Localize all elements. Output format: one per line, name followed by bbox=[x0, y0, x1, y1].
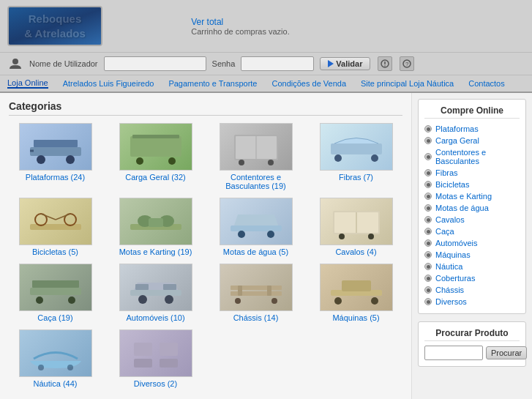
sidebar-maquinas[interactable]: Máquinas bbox=[424, 249, 520, 261]
cat-label-plataformas[interactable]: Plataformas (24) bbox=[26, 173, 85, 182]
password-input[interactable] bbox=[241, 56, 314, 71]
svg-line-26 bbox=[41, 214, 56, 220]
sidebar-automoveis[interactable]: Automóveis bbox=[424, 237, 520, 249]
cat-thumb-cavalos bbox=[320, 198, 393, 245]
sidebar-caca[interactable]: Caça bbox=[424, 225, 520, 237]
cat-label-carga[interactable]: Carga Geral (32) bbox=[125, 173, 186, 182]
icon-btn-2[interactable]: ? bbox=[400, 56, 414, 71]
password-label: Senha bbox=[212, 59, 236, 68]
cat-thumb-nautica bbox=[19, 329, 92, 377]
search-row: Procurar bbox=[424, 346, 520, 360]
svg-rect-56 bbox=[342, 280, 371, 291]
svg-rect-44 bbox=[130, 290, 181, 296]
sidebar-dot bbox=[424, 181, 432, 188]
svg-point-57 bbox=[334, 297, 342, 305]
main-content: Categorias Plataformas (24) Carga Geral … bbox=[0, 93, 532, 399]
svg-point-58 bbox=[371, 297, 378, 305]
username-input[interactable] bbox=[104, 56, 206, 71]
sidebar-dot bbox=[424, 286, 432, 294]
ver-total-link[interactable]: Ver total bbox=[191, 17, 223, 27]
sidebar-plataformas[interactable]: Plataformas bbox=[424, 123, 520, 135]
nav-loja-online[interactable]: Loja Online bbox=[7, 78, 48, 89]
sidebar-contentores[interactable]: Contentores e Basculantes bbox=[424, 146, 520, 167]
search-box: Procurar Produto Procurar bbox=[418, 321, 526, 367]
nav-bar: Loja Online Atrelados Luis Figueiredo Pa… bbox=[0, 75, 532, 93]
svg-rect-41 bbox=[32, 280, 79, 288]
nav-atrelados[interactable]: Atrelados Luis Figueiredo bbox=[63, 79, 154, 88]
left-content: Categorias Plataformas (24) Carga Geral … bbox=[0, 93, 411, 399]
cat-label-automoveis[interactable]: Automóveis (10) bbox=[126, 313, 184, 322]
nav-pagamento[interactable]: Pagamento e Transporte bbox=[168, 79, 257, 88]
sidebar-title: Compre Online bbox=[424, 105, 520, 119]
cat-label-caca[interactable]: Caça (19) bbox=[37, 313, 72, 322]
validate-button[interactable]: Validar bbox=[320, 57, 370, 70]
cat-thumb-motas-agua bbox=[220, 198, 293, 245]
sidebar-coberturas[interactable]: Coberturas bbox=[424, 272, 520, 284]
cat-label-nautica[interactable]: Náutica (44) bbox=[34, 379, 78, 388]
cat-label-diversos[interactable]: Diversos (2) bbox=[134, 379, 177, 388]
cat-thumb-contentores bbox=[220, 123, 293, 171]
nav-site-principal[interactable]: Site principal Loja Náutica bbox=[361, 79, 454, 88]
cat-label-motas-agua[interactable]: Motas de água (5) bbox=[223, 247, 288, 256]
svg-rect-6 bbox=[30, 147, 81, 156]
svg-point-48 bbox=[165, 295, 173, 304]
svg-rect-11 bbox=[130, 136, 181, 157]
cat-label-bicicletas[interactable]: Bicicletas (5) bbox=[32, 247, 78, 256]
nav-condicoes[interactable]: Condições de Venda bbox=[271, 79, 346, 88]
sidebar-dot bbox=[424, 169, 432, 176]
sidebar-motas-karting[interactable]: Motas e Karting bbox=[424, 190, 520, 202]
cat-fibras: Fibras (7) bbox=[310, 123, 402, 190]
cat-label-chassis[interactable]: Chássis (14) bbox=[233, 313, 279, 322]
search-input[interactable] bbox=[424, 346, 483, 360]
svg-point-59 bbox=[38, 365, 44, 370]
top-bar: Reboques & Atrelados Ver total Carrinho … bbox=[0, 0, 532, 52]
logo-area: Reboques & Atrelados bbox=[7, 6, 102, 46]
svg-point-43 bbox=[68, 297, 75, 304]
cat-label-cavalos[interactable]: Cavalos (4) bbox=[335, 247, 376, 256]
cat-thumb-motas bbox=[119, 198, 192, 245]
sidebar-dot bbox=[424, 216, 432, 223]
sidebar-motas-agua[interactable]: Motas de água bbox=[424, 202, 520, 214]
svg-rect-40 bbox=[30, 288, 81, 295]
sidebar-fibras[interactable]: Fibras bbox=[424, 167, 520, 179]
cart-area: Ver total Carrinho de compras vazio. bbox=[191, 17, 290, 36]
logo: Reboques & Atrelados bbox=[7, 6, 102, 46]
right-sidebar: Compre Online Plataformas Carga Geral Co… bbox=[411, 93, 532, 399]
categories-title: Categorias bbox=[9, 100, 402, 116]
nav-contactos[interactable]: Contactos bbox=[468, 79, 505, 88]
sidebar-chassis[interactable]: Chássis bbox=[424, 284, 520, 296]
svg-rect-45 bbox=[135, 284, 149, 290]
svg-text:?: ? bbox=[405, 61, 409, 67]
svg-point-0 bbox=[12, 59, 18, 64]
cat-label-fibras[interactable]: Fibras (7) bbox=[339, 173, 373, 182]
sidebar-dot bbox=[424, 137, 432, 144]
sidebar-bicicletas[interactable]: Bicicletas bbox=[424, 179, 520, 190]
svg-rect-64 bbox=[160, 359, 178, 368]
cat-thumb-fibras bbox=[320, 123, 393, 171]
cat-label-contentores[interactable]: Contentores e Basculantes (19) bbox=[209, 173, 302, 190]
username-label: Nome de Utilizador bbox=[29, 59, 98, 68]
sidebar-diversos[interactable]: Diversos bbox=[424, 296, 520, 307]
icon-btn-1[interactable] bbox=[378, 56, 392, 71]
svg-point-21 bbox=[334, 154, 342, 162]
svg-rect-7 bbox=[34, 140, 78, 147]
svg-point-47 bbox=[138, 295, 147, 304]
user-icon bbox=[7, 57, 23, 70]
svg-point-13 bbox=[136, 157, 143, 165]
sidebar-carga-geral[interactable]: Carga Geral bbox=[424, 135, 520, 146]
cat-label-motas[interactable]: Motas e Karting (19) bbox=[119, 247, 192, 256]
cat-thumb-diversos bbox=[119, 329, 192, 377]
svg-point-19 bbox=[268, 160, 274, 165]
cat-thumb-plataformas bbox=[19, 123, 92, 171]
sidebar-nautica[interactable]: Náutica bbox=[424, 261, 520, 272]
sidebar-dot bbox=[424, 153, 432, 160]
categories-grid: Plataformas (24) Carga Geral (32) Conten… bbox=[9, 123, 402, 388]
search-button[interactable]: Procurar bbox=[486, 346, 527, 359]
compre-online-box: Compre Online Plataformas Carga Geral Co… bbox=[418, 99, 526, 314]
sidebar-dot bbox=[424, 239, 432, 247]
svg-point-54 bbox=[271, 298, 277, 304]
cat-motas: Motas e Karting (19) bbox=[109, 198, 202, 256]
sidebar-cavalos[interactable]: Cavalos bbox=[424, 214, 520, 225]
cat-label-maquinas[interactable]: Máquinas (5) bbox=[332, 313, 379, 322]
cat-plataformas: Plataformas (24) bbox=[9, 123, 102, 190]
